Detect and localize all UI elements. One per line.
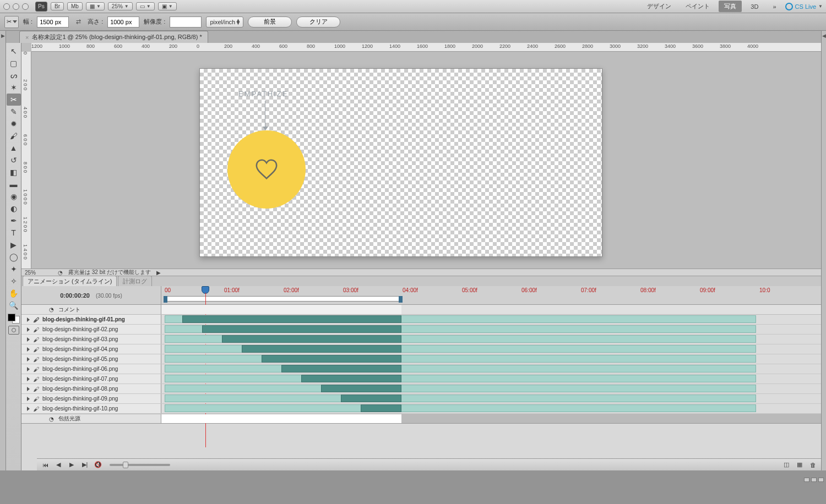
clip-dark[interactable] bbox=[301, 375, 401, 382]
prev-frame-button[interactable]: ◀ bbox=[53, 461, 63, 469]
timeline-ruler[interactable]: 0001:00f02:00f03:00f04:00f05:00f06:00f07… bbox=[161, 286, 821, 304]
disclosure-icon[interactable] bbox=[27, 377, 30, 381]
close-tab-icon[interactable]: × bbox=[25, 34, 29, 41]
work-area-start-handle[interactable] bbox=[164, 296, 167, 303]
clip-dark[interactable] bbox=[182, 315, 401, 323]
timeline-track[interactable]: 🖌blog-design-thinking-gif-07.png bbox=[21, 374, 821, 384]
disclosure-icon[interactable] bbox=[27, 327, 30, 332]
color-swatches[interactable] bbox=[8, 314, 20, 324]
timeline-track[interactable]: 🖌blog-design-thinking-gif-04.png bbox=[21, 344, 821, 354]
clip-dark[interactable] bbox=[222, 335, 401, 343]
clip-dark[interactable] bbox=[341, 395, 401, 402]
stopwatch-icon[interactable]: ◔ bbox=[49, 416, 54, 422]
gradient-tool[interactable]: ▬ bbox=[7, 178, 21, 190]
bridge-button[interactable]: Br bbox=[51, 2, 64, 10]
lasso-tool[interactable]: ᔕ bbox=[7, 69, 21, 81]
hand-tool[interactable]: ✋ bbox=[7, 287, 21, 299]
convert-frames-button[interactable]: ▦ bbox=[795, 461, 805, 469]
spot-heal-tool[interactable]: ✹ bbox=[7, 118, 21, 130]
minimize-dot[interactable] bbox=[13, 3, 19, 10]
work-area-end-handle[interactable] bbox=[399, 296, 403, 303]
width-input[interactable] bbox=[37, 17, 69, 28]
zoom-tool[interactable]: 🔍 bbox=[7, 299, 21, 311]
disclosure-icon[interactable] bbox=[27, 317, 30, 322]
clip-dark[interactable] bbox=[321, 385, 401, 392]
timeline-timecode[interactable]: 0:00:00:20 bbox=[60, 292, 90, 299]
height-input[interactable] bbox=[107, 17, 139, 28]
disclosure-icon[interactable] bbox=[27, 397, 30, 401]
right-panel-strip[interactable]: ◀ bbox=[821, 31, 826, 470]
cs-live-button[interactable]: CS Live▼ bbox=[785, 3, 823, 10]
left-panel-strip[interactable]: ▶ bbox=[0, 31, 6, 470]
disclosure-icon[interactable] bbox=[27, 367, 30, 371]
timeline-track[interactable]: 🖌blog-design-thinking-gif-10.png bbox=[21, 404, 821, 414]
clip-dark[interactable] bbox=[281, 365, 401, 372]
vertical-ruler[interactable]: 02 0 04 0 06 0 08 0 01 0 0 01 2 0 01 4 0… bbox=[21, 52, 31, 269]
clip-light[interactable] bbox=[165, 365, 756, 372]
work-area-bar[interactable] bbox=[165, 296, 401, 302]
unit-select[interactable]: pixel/inch▲▼ bbox=[206, 17, 243, 28]
zoom-slider-knob[interactable] bbox=[123, 462, 128, 468]
zoom-dot[interactable] bbox=[22, 3, 29, 10]
onion-skin-button[interactable]: ◫ bbox=[781, 461, 791, 469]
marquee-tool[interactable]: ▢ bbox=[7, 57, 21, 69]
tab-measure-log[interactable]: 計測ログ bbox=[118, 276, 152, 287]
clip-dark[interactable] bbox=[242, 345, 401, 353]
arrange-docs-menu[interactable]: ▭▼ bbox=[136, 2, 155, 10]
document-canvas[interactable]: EMPATHIZE bbox=[199, 68, 602, 257]
clip-dark[interactable] bbox=[202, 325, 401, 333]
tab-animation-timeline[interactable]: アニメーション (タイムライン) bbox=[23, 276, 117, 287]
eyedropper-tool[interactable]: ✎ bbox=[7, 106, 21, 118]
clip-light[interactable] bbox=[165, 404, 756, 412]
quick-mask-button[interactable] bbox=[8, 326, 19, 335]
blur-tool[interactable]: ◉ bbox=[7, 190, 21, 202]
clip-light[interactable] bbox=[165, 385, 756, 392]
horizontal-ruler[interactable]: 1200100080060040020002004006008001000120… bbox=[31, 43, 821, 52]
fg-swatch[interactable] bbox=[8, 314, 15, 321]
workspace-design[interactable]: デザイン bbox=[642, 1, 677, 12]
timeline-track[interactable]: 🖌blog-design-thinking-gif-09.png bbox=[21, 394, 821, 404]
stopwatch-icon[interactable]: ◔ bbox=[49, 306, 54, 313]
timeline-track[interactable]: 🖌blog-design-thinking-gif-03.png bbox=[21, 335, 821, 344]
clip-dark[interactable] bbox=[361, 404, 401, 412]
timeline-track[interactable]: 🖌blog-design-thinking-gif-06.png bbox=[21, 364, 821, 374]
timeline-track[interactable]: 🖌blog-design-thinking-gif-08.png bbox=[21, 384, 821, 394]
front-image-button[interactable]: 前景 bbox=[248, 17, 292, 28]
document-tab[interactable]: × 名称未設定1 @ 25% (blog-design-thinking-gif… bbox=[19, 31, 208, 43]
disclosure-icon[interactable] bbox=[27, 407, 30, 411]
audio-toggle-button[interactable]: 🔇 bbox=[93, 461, 103, 469]
clear-button[interactable]: クリア bbox=[296, 17, 340, 28]
resolution-input[interactable] bbox=[170, 17, 202, 28]
3d-camera-tool[interactable]: ✧ bbox=[7, 275, 21, 287]
status-more-icon[interactable]: ▶ bbox=[156, 270, 161, 276]
clip-dark[interactable] bbox=[262, 355, 401, 363]
tool-preset-crop[interactable]: ✂ bbox=[4, 16, 19, 28]
quick-select-tool[interactable]: ✶ bbox=[7, 81, 21, 94]
disclosure-icon[interactable] bbox=[27, 337, 30, 342]
delete-button[interactable]: 🗑 bbox=[808, 461, 818, 469]
zoom-slider[interactable] bbox=[110, 464, 170, 466]
close-dot[interactable] bbox=[3, 3, 10, 10]
goto-start-button[interactable]: ⏮ bbox=[40, 461, 50, 469]
3d-tool[interactable]: ✦ bbox=[7, 263, 21, 275]
path-select-tool[interactable]: ▶ bbox=[7, 239, 21, 251]
pen-tool[interactable]: ✒ bbox=[7, 215, 21, 227]
eraser-tool[interactable]: ◧ bbox=[7, 166, 21, 178]
workspace-paint[interactable]: ペイント bbox=[680, 1, 715, 12]
timeline-track[interactable]: 🖌blog-design-thinking-gif-01.png bbox=[21, 315, 821, 325]
canvas-viewport[interactable]: EMPATHIZE bbox=[31, 52, 821, 269]
zoom-level-menu[interactable]: 25%▼ bbox=[108, 2, 133, 10]
clip-light[interactable] bbox=[165, 355, 756, 363]
stamp-tool[interactable]: ▲ bbox=[7, 142, 21, 154]
swap-dims-icon[interactable]: ⇄ bbox=[73, 17, 83, 27]
minibridge-button[interactable]: Mb bbox=[67, 2, 83, 10]
dodge-tool[interactable]: ◐ bbox=[7, 202, 21, 215]
crop-tool[interactable]: ✂ bbox=[7, 94, 21, 106]
timeline-track[interactable]: 🖌blog-design-thinking-gif-05.png bbox=[21, 354, 821, 364]
disclosure-icon[interactable] bbox=[27, 387, 30, 391]
history-brush-tool[interactable]: ↺ bbox=[7, 154, 21, 166]
brush-tool[interactable]: 🖌 bbox=[7, 130, 21, 142]
clip-light[interactable] bbox=[165, 375, 756, 382]
clip-light[interactable] bbox=[165, 395, 756, 402]
workspace-photo[interactable]: 写真 bbox=[719, 1, 742, 12]
